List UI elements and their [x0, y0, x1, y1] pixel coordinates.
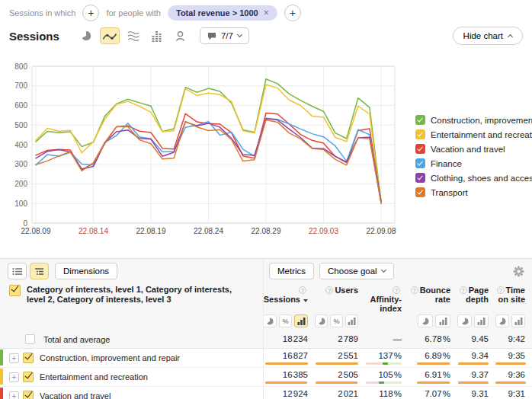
gear-icon [513, 266, 524, 277]
cell-affinity: 137 % [365, 349, 409, 367]
affinity-marker [383, 362, 388, 365]
line-chart-type-button[interactable] [100, 27, 120, 44]
help-icon[interactable]: ? [299, 286, 306, 294]
cell-value: 2 551 [315, 351, 358, 360]
cell-value: 137 % [365, 351, 402, 360]
table-row-total-and-average[interactable]: Total and average18 2342 789—6.78 %9.459… [0, 330, 532, 349]
pie-mini-icon [498, 318, 506, 325]
help-icon[interactable]: ? [411, 286, 418, 294]
stacked-chart-type-button[interactable] [123, 27, 143, 44]
row-checkbox[interactable] [25, 334, 35, 344]
legend-label: Vacation and travel [425, 145, 505, 154]
column-chart-type-button[interactable] [147, 27, 167, 44]
cell-users: 2 551 [315, 349, 365, 367]
table-row-construction-improvement-and-repair[interactable]: +Construction, improvement and repair16 … [0, 349, 532, 368]
metric-display-buttons-row: %% [0, 313, 532, 330]
column-header-sessions[interactable]: ?Sessions [263, 283, 315, 313]
cell-bounce: 7.07 % [409, 387, 457, 399]
filter-chip-total-revenue[interactable]: Total revenue > 1000 × [168, 5, 277, 21]
column-header-bounce[interactable]: ?Bounce rate [409, 283, 457, 313]
cell-value: 118 % [365, 389, 402, 398]
x-axis-tick-label: 22.08.29 [252, 227, 281, 235]
pie-display-button[interactable] [315, 314, 328, 327]
choose-goal-button[interactable]: Choose goal [319, 263, 394, 279]
y-axis-tick-label: 800 [14, 62, 27, 71]
pie-display-button[interactable] [263, 314, 277, 327]
cell-bounce: 6.89 % [409, 349, 457, 367]
legend-item-vacation-and-travel[interactable]: Vacation and travel [415, 142, 532, 156]
cell-bounce: 6.91 % [409, 368, 457, 386]
add-people-condition-button[interactable]: + [284, 5, 301, 21]
table-column-divider [263, 259, 264, 399]
table-row-entertainment-and-recreation[interactable]: +Entertainment and recreation16 3852 505… [0, 368, 532, 387]
pie-display-button[interactable] [418, 314, 433, 327]
cell-value: 9:36 [495, 370, 525, 379]
chart-legend: Construction, improvement and repairEnte… [415, 113, 532, 200]
cell-sessions: 16 827 [263, 349, 315, 367]
y-axis-tick-label: 200 [14, 180, 27, 188]
add-session-condition-button[interactable]: + [82, 5, 99, 21]
metrics-button[interactable]: Metrics [269, 263, 314, 279]
x-axis-tick-label: 22.08.09 [21, 227, 51, 235]
dimension-header-cell[interactable]: Category of interests, level 1, Category… [0, 283, 263, 313]
expand-row-button[interactable]: + [9, 372, 19, 382]
row-label-cell[interactable]: +Entertainment and recreation [0, 368, 263, 386]
metric-bar [417, 362, 450, 365]
legend-checkbox[interactable] [415, 158, 425, 168]
dimension-checkbox[interactable] [9, 285, 21, 296]
bar-display-button[interactable] [294, 314, 308, 327]
annotations-dropdown[interactable]: 7/7 [200, 27, 249, 44]
pie-chart-type-button[interactable] [76, 27, 96, 44]
legend-checkbox[interactable] [415, 129, 425, 139]
legend-item-construction-improvement-and-repair[interactable]: Construction, improvement and repair [415, 113, 532, 127]
column-header-time[interactable]: ?Time on site [495, 283, 532, 313]
column-header-label: Sessions [264, 295, 300, 304]
bar-display-button[interactable] [345, 314, 358, 327]
column-header-users[interactable]: ?Users [315, 283, 365, 313]
list-view-button[interactable] [8, 263, 27, 279]
row-checkbox[interactable] [23, 353, 34, 363]
column-header-page_depth[interactable]: ?Page depth [457, 283, 495, 313]
table-row-vacation-and-travel[interactable]: +Vacation and travel12 9242 021118 %7.07… [0, 387, 532, 399]
legend-checkbox[interactable] [415, 144, 425, 154]
legend-item-entertainment-and-recreation[interactable]: Entertainment and recreation [415, 127, 532, 142]
row-label-cell[interactable]: +Vacation and travel [0, 387, 263, 399]
hide-chart-button[interactable]: Hide chart [453, 27, 523, 45]
row-checkbox[interactable] [23, 372, 34, 382]
chip-remove-icon[interactable]: × [264, 9, 269, 17]
percent-display-button[interactable]: % [330, 314, 343, 327]
cell-value: 7.07 % [409, 389, 450, 398]
help-icon[interactable]: ? [325, 286, 333, 294]
expand-row-button[interactable]: + [9, 353, 19, 363]
row-label-cell[interactable]: +Construction, improvement and repair [0, 349, 263, 367]
legend-checkbox[interactable] [415, 187, 425, 197]
filter-label-sessions: Sessions in which [9, 8, 75, 18]
legend-checkbox[interactable] [415, 115, 425, 125]
legend-item-finance[interactable]: Finance [415, 156, 532, 171]
table-settings-button[interactable] [513, 266, 524, 277]
chevron-up-icon [508, 34, 513, 40]
tree-view-button[interactable] [30, 263, 49, 279]
pie-display-button[interactable] [495, 314, 509, 327]
bar-display-button[interactable] [474, 314, 489, 327]
sort-desc-icon [303, 299, 308, 302]
legend-item-transport[interactable]: Transport [415, 185, 532, 200]
help-icon[interactable]: ? [393, 286, 400, 294]
help-icon[interactable]: ? [460, 286, 467, 294]
legend-checkbox[interactable] [415, 173, 425, 183]
expand-row-button[interactable]: + [9, 391, 19, 399]
row-checkbox[interactable] [23, 391, 34, 399]
column-header-affinity[interactable]: ?Affinity-index [365, 283, 409, 313]
bar-display-button[interactable] [511, 314, 525, 327]
metric-bar [458, 362, 489, 365]
percent-display-button[interactable]: % [279, 314, 293, 327]
row-label-cell[interactable]: Total and average [0, 330, 263, 348]
map-chart-type-button[interactable] [171, 27, 191, 44]
pie-display-button[interactable] [457, 314, 472, 327]
legend-item-clothing-shoes-and-accessories[interactable]: Clothing, shoes and accessories [415, 171, 532, 185]
sessions-line-chart: 010020030040050060070080022.08.0922.08.1… [0, 49, 408, 236]
help-icon[interactable]: ? [497, 286, 505, 294]
bar-display-button[interactable] [435, 314, 450, 327]
dimensions-button[interactable]: Dimensions [55, 263, 117, 279]
cell-sessions: 18 234 [263, 330, 315, 348]
